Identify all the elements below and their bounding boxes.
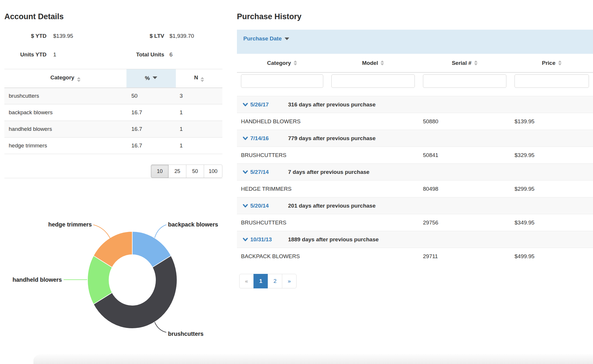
category-column-header[interactable]: Category — [4, 69, 126, 88]
total-units-label: Total Units — [114, 51, 164, 58]
chevron-down-icon[interactable] — [243, 136, 248, 140]
purchase-item-row: BACKPACK BLOWERS 29711 $499.95 — [237, 248, 593, 265]
n-column-header[interactable]: N — [176, 69, 222, 88]
pagination-page-2-button[interactable]: 2 — [268, 274, 282, 288]
item-price: $329.95 — [510, 152, 593, 158]
chart-label-backpack-blowers: backpack blowers — [168, 221, 218, 228]
chevron-down-icon[interactable] — [243, 204, 248, 208]
chevron-down-icon[interactable] — [243, 102, 248, 107]
category-column-header[interactable]: Category — [237, 54, 327, 72]
account-details-title: Account Details — [4, 12, 222, 21]
purchase-item-row: BRUSHCUTTERS 50841 $329.95 — [237, 147, 593, 163]
purchase-group-row[interactable]: 10/31/13 1889 days after previous purcha… — [237, 231, 593, 248]
sort-icon — [77, 77, 81, 82]
purchase-date-sort-bar: Purchase Date — [237, 30, 593, 54]
page-size-10-button[interactable]: 10 — [151, 165, 169, 178]
purchase-history-panel: Purchase History Purchase Date Category … — [237, 0, 593, 288]
days-since-note: 7 days after previous purchase — [288, 169, 369, 175]
footer-panel-edge — [33, 354, 593, 364]
table-row: brushcutters 50 3 — [4, 88, 222, 104]
model-column-header[interactable]: Model — [327, 54, 419, 72]
purchase-item-row: HANDHELD BLOWERS 50880 $139.95 — [237, 113, 593, 130]
caret-down-icon — [285, 38, 289, 40]
chart-label-handheld-blowers: handheld blowers — [12, 276, 62, 283]
item-category: BRUSHCUTTERS — [237, 152, 327, 158]
purchase-date-sort-button[interactable]: Purchase Date — [243, 35, 289, 42]
serial-filter-input[interactable] — [423, 74, 506, 88]
purchase-date-link[interactable]: 7/14/16 — [250, 135, 282, 142]
table-row: backpack blowers 16.7 1 — [4, 104, 222, 121]
account-summary: $ YTD $139.95 $ LTV $1,939.70 Units YTD … — [4, 33, 222, 58]
sort-icon — [474, 60, 478, 65]
model-filter-input[interactable] — [331, 74, 415, 88]
sort-icon — [558, 60, 562, 65]
days-since-note: 779 days after previous purchase — [288, 135, 376, 142]
serial-column-header[interactable]: Serial # — [419, 54, 510, 72]
item-serial: 29756 — [419, 220, 510, 226]
chart-label-hedge-trimmers: hedge trimmers — [48, 221, 92, 228]
purchase-item-row: BRUSHCUTTERS 29756 $349.95 — [237, 214, 593, 231]
table-row: handheld blowers 16.7 1 — [4, 121, 222, 138]
sort-icon — [381, 60, 384, 65]
page-size-25-button[interactable]: 25 — [169, 165, 186, 178]
pagination-page-1-button[interactable]: 1 — [253, 274, 268, 288]
item-category: BACKPACK BLOWERS — [237, 253, 327, 260]
connector-backpack-blowers — [155, 225, 166, 238]
purchase-group-row[interactable]: 5/27/14 7 days after previous purchase — [237, 163, 593, 180]
chart-label-brushcutters: brushcutters — [168, 331, 203, 337]
page-size-selector: 10 25 50 100 — [151, 165, 222, 178]
item-price: $299.95 — [510, 186, 593, 192]
account-details-panel: Account Details $ YTD $139.95 $ LTV $1,9… — [4, 0, 222, 354]
table-row: hedge trimmers 16.7 1 — [4, 138, 222, 154]
pagination-prev-button[interactable]: « — [239, 274, 254, 288]
units-ytd-label: Units YTD — [4, 51, 47, 58]
purchase-group-row[interactable]: 7/14/16 779 days after previous purchase — [237, 130, 593, 147]
sort-icon — [201, 77, 204, 82]
pagination-next-button[interactable]: » — [282, 274, 296, 288]
item-serial: 29711 — [419, 253, 510, 260]
percent-column-header-sorted[interactable]: % — [126, 69, 176, 88]
days-since-note: 1889 days after previous purchase — [288, 236, 379, 243]
purchase-date-link[interactable]: 10/31/13 — [250, 236, 282, 243]
column-filter-row — [237, 73, 593, 90]
ytd-dollars-value: $139.95 — [47, 33, 114, 39]
units-ytd-value: 1 — [47, 51, 114, 58]
chevron-down-icon[interactable] — [243, 170, 248, 174]
purchase-history-rows: 5/26/17 316 days after previous purchase… — [237, 96, 593, 265]
item-category: HANDHELD BLOWERS — [237, 118, 327, 125]
ltv-dollars-value: $1,939.70 — [164, 33, 222, 39]
category-breakdown-table: Category % N brushcutters 50 3 backpack … — [4, 69, 222, 154]
ytd-dollars-label: $ YTD — [4, 33, 47, 39]
purchase-date-link[interactable]: 5/27/14 — [250, 169, 282, 175]
item-category: HEDGE TRIMMERS — [237, 186, 327, 192]
price-column-header[interactable]: Price — [510, 54, 593, 72]
item-serial: 50880 — [419, 118, 510, 125]
item-price: $139.95 — [510, 118, 593, 125]
page-size-50-button[interactable]: 50 — [186, 165, 204, 178]
page-size-100-button[interactable]: 100 — [204, 165, 222, 178]
chevron-down-icon[interactable] — [243, 237, 248, 242]
category-donut-chart: hedge trimmers backpack blowers handheld… — [4, 178, 222, 354]
price-filter-input[interactable] — [515, 74, 589, 88]
purchase-group-row[interactable]: 5/20/14 201 days after previous purchase — [237, 197, 593, 214]
total-units-value: 6 — [164, 51, 222, 58]
donut-chart-svg — [4, 178, 222, 354]
purchase-date-link[interactable]: 5/26/17 — [250, 101, 282, 108]
connector-brushcutters — [155, 322, 166, 332]
item-price: $349.95 — [510, 220, 593, 226]
caret-down-icon — [153, 76, 157, 79]
purchase-group-row[interactable]: 5/26/17 316 days after previous purchase — [237, 96, 593, 113]
purchase-history-header-row: Category Model Serial # Price — [237, 54, 593, 73]
connector-hedge-trimmers — [93, 225, 110, 238]
sort-icon — [294, 60, 297, 65]
item-category: BRUSHCUTTERS — [237, 220, 327, 226]
days-since-note: 201 days after previous purchase — [288, 203, 376, 209]
days-since-note: 316 days after previous purchase — [288, 101, 376, 108]
item-serial: 50841 — [419, 152, 510, 158]
ltv-dollars-label: $ LTV — [114, 33, 164, 39]
category-filter-input[interactable] — [241, 74, 323, 88]
purchase-history-pagination: « 1 2 » — [239, 274, 296, 288]
purchase-item-row: HEDGE TRIMMERS 80498 $299.95 — [237, 180, 593, 197]
purchase-date-link[interactable]: 5/20/14 — [250, 203, 282, 209]
item-price: $499.95 — [510, 253, 593, 260]
